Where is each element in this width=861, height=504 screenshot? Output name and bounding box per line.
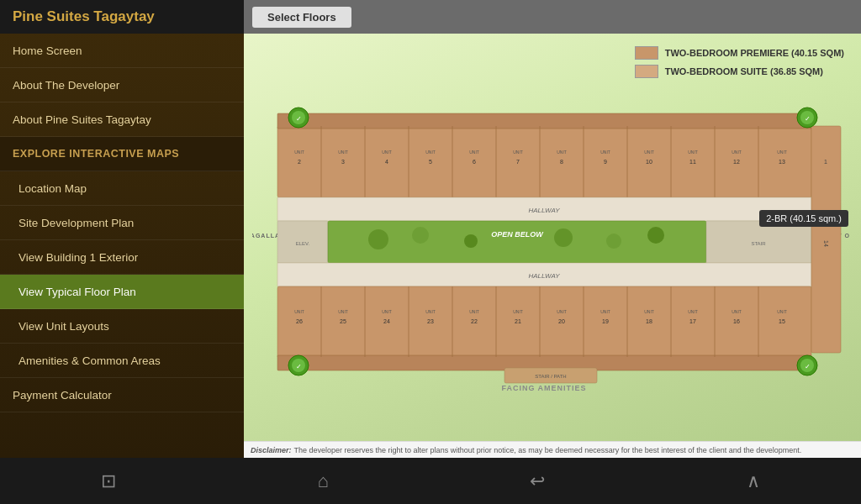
legend-color-premiere [635, 46, 658, 60]
svg-text:4: 4 [385, 159, 388, 165]
svg-rect-55 [277, 286, 811, 358]
svg-text:ELEV.: ELEV. [296, 241, 310, 246]
svg-text:21: 21 [515, 318, 521, 324]
svg-text:OPEN BELOW: OPEN BELOW [491, 230, 544, 239]
system-bar: ⊡ ⌂ ↩ ∧ [0, 458, 861, 504]
svg-text:UNIT: UNIT [600, 309, 610, 314]
svg-text:24: 24 [383, 318, 390, 324]
svg-text:5: 5 [429, 159, 432, 165]
svg-text:14: 14 [823, 240, 829, 247]
svg-text:UNIT: UNIT [732, 150, 742, 155]
legend: TWO-BEDROOM PREMIERE (40.15 SQM) TWO-BED… [635, 46, 844, 78]
svg-text:UNIT: UNIT [382, 309, 392, 314]
svg-text:UNIT: UNIT [732, 309, 742, 314]
svg-text:FACING AMENITIES: FACING AMENITIES [501, 384, 586, 391]
svg-text:8: 8 [560, 159, 563, 165]
svg-text:STAIR / PATH: STAIR / PATH [535, 374, 566, 379]
legend-color-suite [635, 65, 658, 78]
svg-text:3: 3 [341, 159, 345, 165]
sidebar-item-bldg-ext[interactable]: View Building 1 Exterior [0, 240, 244, 275]
svg-text:11: 11 [689, 159, 696, 165]
sidebar-item-about-pine[interactable]: About Pine Suites Tagaytay [0, 102, 244, 137]
legend-premiere: TWO-BEDROOM PREMIERE (40.15 SQM) [635, 46, 844, 60]
svg-text:UNIT: UNIT [777, 309, 787, 314]
svg-text:2: 2 [298, 159, 301, 165]
svg-rect-2 [277, 126, 811, 197]
svg-text:HALLWAY: HALLWAY [528, 272, 560, 280]
svg-text:16: 16 [733, 318, 740, 324]
floor-plan-area: TWO-BEDROOM PREMIERE (40.15 SQM) TWO-BED… [244, 34, 861, 458]
recent-apps-button[interactable]: ⊡ [101, 470, 116, 492]
svg-text:UNIT: UNIT [644, 309, 654, 314]
sidebar-item-home[interactable]: Home Screen [0, 34, 244, 68]
top-bar: Select Floors [244, 0, 861, 34]
back-nav-button[interactable]: ↩ [530, 470, 545, 492]
svg-text:UNIT: UNIT [644, 150, 654, 155]
svg-text:✓: ✓ [296, 363, 302, 370]
svg-text:UNIT: UNIT [557, 150, 567, 155]
sidebar-item-amenities[interactable]: Amenities & Common Areas [0, 344, 244, 378]
svg-text:UNIT: UNIT [382, 150, 392, 155]
svg-text:UNIT: UNIT [513, 309, 523, 314]
svg-point-50 [647, 227, 664, 244]
svg-text:20: 20 [558, 318, 565, 324]
app-title: Pine Suites Tagaytay [0, 0, 244, 34]
sidebar-item-location[interactable]: Location Map [0, 171, 244, 206]
svg-text:UNIT: UNIT [513, 150, 523, 155]
svg-point-48 [554, 228, 573, 247]
svg-text:UNIT: UNIT [338, 150, 348, 155]
svg-text:15: 15 [779, 318, 785, 324]
minimize-button[interactable]: ∧ [747, 470, 760, 492]
svg-text:UNIT: UNIT [469, 150, 479, 155]
svg-text:STAIR: STAIR [751, 241, 766, 246]
svg-point-45 [368, 229, 388, 249]
legend-suite: TWO-BEDROOM SUITE (36.85 SQM) [635, 65, 844, 78]
svg-point-46 [412, 227, 429, 244]
svg-text:26: 26 [296, 318, 303, 324]
svg-text:UNIT: UNIT [557, 309, 567, 314]
disclaimer-bar: Disclaimer: The developer reserves the r… [244, 441, 861, 458]
svg-text:UNIT: UNIT [600, 150, 610, 155]
svg-text:7: 7 [516, 159, 520, 165]
svg-text:22: 22 [471, 318, 478, 324]
svg-text:UNIT: UNIT [777, 150, 787, 155]
main-content: TWO-BEDROOM PREMIERE (40.15 SQM) TWO-BED… [244, 0, 861, 458]
floor-plan-illustration: FACING MAGALLANES DR. FACING EMILIO AGUI… [252, 80, 849, 399]
svg-text:UNIT: UNIT [425, 309, 436, 314]
svg-text:23: 23 [427, 318, 434, 324]
sidebar-item-about-dev[interactable]: About The Developer [0, 68, 244, 102]
sidebar-item-site-dev[interactable]: Site Development Plan [0, 206, 244, 240]
unit-tooltip: 2-BR (40.15 sqm.) [759, 210, 848, 227]
bottom-unit-row: 26 25 24 23 22 21 20 19 18 17 16 15 UNIT… [277, 286, 811, 370]
sidebar-item-payment[interactable]: Payment Calculator [0, 378, 244, 412]
svg-text:UNIT: UNIT [294, 150, 304, 155]
svg-text:10: 10 [646, 159, 652, 165]
svg-text:25: 25 [340, 318, 346, 324]
svg-text:12: 12 [733, 159, 740, 165]
svg-text:17: 17 [689, 318, 696, 324]
svg-rect-3 [277, 113, 811, 129]
home-button[interactable]: ⌂ [318, 470, 329, 492]
disclaimer-bold: Disclaimer: [251, 446, 292, 454]
sidebar-section-explore: EXPLORE INTERACTIVE MAPS [0, 137, 244, 171]
svg-text:9: 9 [604, 159, 607, 165]
sidebar-item-floor-plan[interactable]: View Typical Floor Plan [0, 275, 244, 309]
top-unit-row: 2 3 4 5 6 7 8 9 10 11 12 13 UNIT UNIT UN… [277, 113, 811, 197]
select-floors-button[interactable]: Select Floors [252, 7, 351, 28]
sidebar-item-unit-layouts[interactable]: View Unit Layouts [0, 309, 244, 344]
svg-text:UNIT: UNIT [425, 150, 436, 155]
svg-text:UNIT: UNIT [338, 309, 348, 314]
sidebar: Pine Suites Tagaytay Home Screen About T… [0, 0, 244, 458]
svg-text:18: 18 [646, 318, 652, 324]
svg-text:HALLWAY: HALLWAY [528, 207, 560, 214]
svg-text:13: 13 [779, 159, 785, 165]
svg-point-47 [464, 234, 478, 248]
svg-text:✓: ✓ [805, 115, 811, 123]
svg-text:UNIT: UNIT [688, 309, 698, 314]
svg-point-49 [606, 234, 621, 249]
svg-text:✓: ✓ [296, 115, 302, 123]
svg-text:6: 6 [473, 159, 476, 165]
svg-text:UNIT: UNIT [688, 150, 698, 155]
svg-text:1: 1 [824, 159, 827, 165]
disclaimer-text: The developer reserves the right to alte… [294, 446, 802, 454]
